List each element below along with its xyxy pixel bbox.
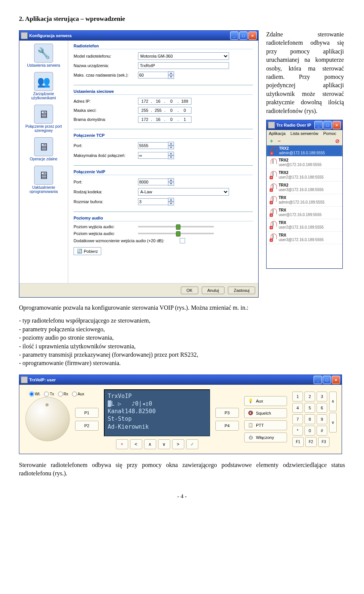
right-button-2[interactable]: 📋PTT [244, 420, 287, 430]
nav-down-button[interactable]: ∨ [158, 439, 170, 449]
keypad-3[interactable]: 3 [317, 392, 327, 401]
right-button-3[interactable]: ⏻Włączony [244, 433, 287, 442]
keypad-8[interactable]: 8 [304, 414, 315, 424]
sidebar-item-3[interactable]: 🖥Operacje zdalne [21, 137, 66, 161]
label-tcp-max: Maksymalna ilość połączeń: [74, 153, 138, 158]
tx-spinner[interactable]: ▲▼ [138, 71, 174, 79]
radio-wl[interactable]: Wł. [29, 392, 40, 397]
nav-right-button[interactable]: > [172, 439, 184, 449]
trx-title: Trx Radio Over IP [276, 123, 314, 127]
maximize-button[interactable]: □ [239, 31, 248, 40]
label-tx: Maks. czas nadawania (sek.): [74, 73, 138, 77]
tcp-port-spinner[interactable]: ▲▼ [138, 142, 174, 149]
voip-minimize-button[interactable]: _ [314, 376, 322, 384]
audio-out-slider[interactable] [138, 226, 214, 227]
nav-cancel-button[interactable]: × [116, 439, 128, 449]
right-button-1[interactable]: 🔇Squelch [244, 408, 287, 418]
keypad-4[interactable]: 4 [292, 403, 303, 413]
keypad-9[interactable]: 9 [317, 414, 327, 424]
ip-input[interactable]: 172.16.0.189 [138, 98, 191, 105]
radio-icon: × [269, 234, 277, 242]
p2-button[interactable]: P2 [75, 421, 99, 431]
voip-app-icon [21, 376, 28, 383]
radio-aux[interactable]: Aux [72, 392, 84, 397]
keypad-0[interactable]: 0 [304, 426, 315, 436]
server-item[interactable]: ×TRX2user2@172.16.0.188:5555 [267, 169, 342, 182]
keypad-6[interactable]: 6 [317, 403, 327, 413]
server-item[interactable]: ×TRXadmin@172.16.0.189:5555 [267, 194, 342, 207]
voip-window: TrxVoIP: user _ □ × Wł. Tx Rx Aux P1 P2 … [19, 375, 342, 454]
keypad-*[interactable]: * [292, 426, 303, 436]
bullet-item: - parametry połączenia sieciowego, [19, 325, 345, 334]
sidebar-item-4[interactable]: 🖥Uaktualnienie oprogramowania [21, 166, 66, 194]
voip-maximize-button[interactable]: □ [323, 376, 331, 384]
keypad-1[interactable]: 1 [292, 392, 303, 401]
keypad-7[interactable]: 7 [292, 414, 303, 424]
keypad-5[interactable]: 5 [304, 403, 315, 413]
ok-button[interactable]: OK [181, 287, 198, 294]
fkey-F3[interactable]: F3 [318, 437, 329, 447]
p3-button[interactable]: P3 [215, 408, 239, 418]
keypad-#[interactable]: # [317, 426, 327, 436]
server-item[interactable]: ×TRX2user3@172.16.0.188:5555 [267, 182, 342, 194]
nav-up-button[interactable]: ∧ [144, 439, 156, 449]
gw-input[interactable]: 172.16.0.1 [138, 116, 191, 123]
audio-in-slider[interactable] [138, 233, 214, 234]
trx-window: Trx Radio Over IP _ □ × Aplikacja Lista … [266, 120, 343, 269]
sidebar-item-2[interactable]: 🖥Połączenie przez port szeregowy [21, 105, 66, 133]
radio-tx[interactable]: Tx [44, 392, 54, 397]
buf-spinner[interactable]: ▲▼ [138, 198, 174, 205]
delete-icon[interactable]: ⊘ [334, 138, 340, 144]
trx-minimize-button[interactable]: _ [314, 121, 323, 129]
menu-aplikacja[interactable]: Aplikacja [269, 131, 286, 136]
tcp-max-spinner[interactable]: ▲▼ [138, 152, 174, 159]
server-item[interactable]: ×TRX2admin@172.16.0.188:5555 [267, 145, 342, 157]
label-gain: Dodatkowe wzmocnienie wejścia audio (+20… [74, 238, 180, 243]
gain-checkbox[interactable] [180, 238, 185, 243]
page-number: - 4 - [19, 493, 345, 500]
fkey-F2[interactable]: F2 [305, 437, 317, 447]
trx-close-button[interactable]: × [333, 121, 341, 129]
voip-port-spinner[interactable]: ▲▼ [138, 178, 174, 186]
right-button-0[interactable]: 💡Aux [244, 396, 287, 406]
keypad-2[interactable]: 2 [304, 392, 315, 401]
server-item[interactable]: ×TRXuser2@172.16.0.189:5555 [267, 219, 342, 232]
volume-dial[interactable] [25, 397, 70, 441]
mask-input[interactable]: 255.255.0.0 [138, 107, 191, 114]
model-select[interactable]: Motorola GM-360 [138, 52, 229, 60]
apply-button[interactable]: Zastosuj [228, 287, 255, 294]
pobierz-button[interactable]: 🔄 Pobierz [74, 247, 101, 255]
remove-icon[interactable]: − [276, 138, 282, 144]
codec-select[interactable]: A-Law [138, 188, 229, 196]
label-audio-out: Poziom wyjścia audio: [74, 224, 138, 229]
key-up[interactable]: ∧ [329, 392, 337, 411]
server-item[interactable]: ×TRXuser@172.16.0.189:5555 [267, 207, 342, 219]
para-3: Sterowanie radiotelefonem odbywa się prz… [19, 461, 345, 478]
radio-rx[interactable]: Rx [58, 392, 68, 397]
menu-lista[interactable]: Lista serwerów [290, 131, 318, 136]
label-gw: Brama domyślna: [74, 117, 138, 122]
add-icon[interactable]: + [268, 138, 275, 144]
p1-button[interactable]: P1 [75, 408, 99, 418]
bullet-item: - ilość i uprawnienia użytkowników stero… [19, 342, 345, 351]
fkey-F1[interactable]: F1 [292, 437, 304, 447]
server-item[interactable]: TRX2user@172.16.0.188:5555 [267, 157, 342, 169]
label-codec: Rodzaj kodeka: [74, 190, 138, 194]
close-button[interactable]: × [248, 31, 257, 40]
button-icon: 📋 [248, 422, 254, 428]
server-item[interactable]: ×TRXuser3@172.16.0.189:5555 [267, 232, 342, 244]
sidebar-item-0[interactable]: 🔧Ustawienia serwera [21, 44, 66, 67]
trx-maximize-button[interactable]: □ [323, 121, 332, 129]
cancel-button[interactable]: Anuluj [202, 287, 225, 294]
voip-close-button[interactable]: × [332, 376, 340, 384]
nav-left-button[interactable]: < [130, 439, 142, 449]
nav-ok-button[interactable]: ✓ [186, 439, 198, 449]
sidebar-item-1[interactable]: 👥Zarządzanie użytkownikami [21, 72, 66, 100]
menu-pomoc[interactable]: Pomoc [323, 131, 336, 136]
row-config-and-intro: Konfiguracja serwera _ □ × 🔧Ustawienia s… [19, 30, 345, 298]
name-input[interactable] [138, 62, 229, 69]
sidebar: 🔧Ustawienia serwera👥Zarządzanie użytkown… [19, 41, 68, 283]
p4-button[interactable]: P4 [215, 421, 239, 431]
key-down[interactable]: ∨ [329, 413, 337, 433]
minimize-button[interactable]: _ [230, 31, 238, 40]
